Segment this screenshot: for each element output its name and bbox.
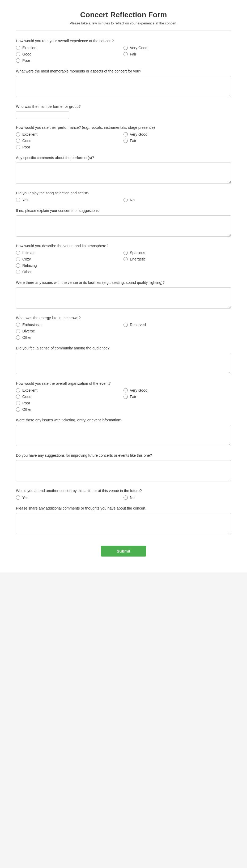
q8-other-label: Other xyxy=(22,270,32,274)
q4-fair-label: Fair xyxy=(130,138,136,143)
question-6-label: Did you enjoy the song selection and set… xyxy=(16,191,231,195)
q8-relaxing-label: Relaxing xyxy=(22,264,37,268)
q10-enthusiastic-label: Enthusiastic xyxy=(22,322,42,327)
q2-textarea[interactable] xyxy=(16,76,231,97)
q1-excellent-label: Excellent xyxy=(22,46,37,50)
question-16: Please share any additional comments or … xyxy=(16,506,231,535)
question-5: Any specific comments about the performe… xyxy=(16,156,231,185)
q10-other[interactable]: Other xyxy=(16,335,123,340)
q8-spacious-label: Spacious xyxy=(130,251,145,255)
q8-cozy-label: Cozy xyxy=(22,257,31,261)
question-2: What were the most memorable moments or … xyxy=(16,69,231,98)
question-15-label: Would you attend another concert by this… xyxy=(16,489,231,493)
q12-verygood-label: Very Good xyxy=(130,388,147,393)
q15-yes-label: Yes xyxy=(22,495,28,500)
submit-wrapper: Submit xyxy=(16,546,231,557)
q8-energetic[interactable]: Energetic xyxy=(123,257,231,261)
q12-options: Excellent Very Good Good Fair Poor Oth xyxy=(16,388,231,411)
question-7: If no, please explain your concerns or s… xyxy=(16,209,231,237)
question-3-label: Who was the main performer or group? xyxy=(16,104,231,108)
q6-no-label: No xyxy=(130,198,135,202)
question-5-label: Any specific comments about the performe… xyxy=(16,156,231,160)
q4-good-label: Good xyxy=(22,138,31,143)
question-12-label: How would you rate the overall organizat… xyxy=(16,381,231,385)
form-header: Concert Reflection Form Please take a fe… xyxy=(16,11,231,31)
q4-poor[interactable]: Poor xyxy=(16,145,123,149)
question-15: Would you attend another concert by this… xyxy=(16,489,231,500)
q10-other-label: Other xyxy=(22,335,32,340)
question-3: Who was the main performer or group? xyxy=(16,104,231,119)
q6-no[interactable]: No xyxy=(123,198,231,202)
q4-fair[interactable]: Fair xyxy=(123,138,231,143)
form-title: Concert Reflection Form xyxy=(16,11,231,19)
q8-options: Intimate Spacious Cozy Energetic Relaxin… xyxy=(16,251,231,274)
q10-reserved-label: Reserved xyxy=(130,322,146,327)
q13-textarea[interactable] xyxy=(16,425,231,446)
q1-good-label: Good xyxy=(22,52,31,56)
q5-textarea[interactable] xyxy=(16,162,231,184)
form-subtitle: Please take a few minutes to reflect on … xyxy=(16,21,231,25)
q12-good-label: Good xyxy=(22,395,31,399)
question-12: How would you rate the overall organizat… xyxy=(16,381,231,411)
q8-relaxing[interactable]: Relaxing xyxy=(16,264,123,268)
q8-spacious[interactable]: Spacious xyxy=(123,251,231,255)
q6-options: Yes No xyxy=(16,198,231,202)
q8-cozy[interactable]: Cozy xyxy=(16,257,123,261)
question-10: What was the energy like in the crowd? E… xyxy=(16,316,231,340)
question-9-label: Were there any issues with the venue or … xyxy=(16,280,231,285)
q10-reserved[interactable]: Reserved xyxy=(123,322,231,327)
question-8: How would you describe the venue and its… xyxy=(16,244,231,274)
q11-textarea[interactable] xyxy=(16,353,231,374)
q1-poor[interactable]: Poor xyxy=(16,58,123,63)
q12-other-label: Other xyxy=(22,407,32,411)
question-9: Were there any issues with the venue or … xyxy=(16,280,231,309)
q15-options: Yes No xyxy=(16,495,231,500)
q1-poor-label: Poor xyxy=(22,58,30,63)
q4-good[interactable]: Good xyxy=(16,138,123,143)
q1-verygood-label: Very Good xyxy=(130,46,147,50)
q14-textarea[interactable] xyxy=(16,460,231,482)
q10-enthusiastic[interactable]: Enthusiastic xyxy=(16,322,123,327)
question-10-label: What was the energy like in the crowd? xyxy=(16,316,231,320)
question-6: Did you enjoy the song selection and set… xyxy=(16,191,231,202)
q3-input[interactable] xyxy=(16,111,69,119)
question-16-label: Please share any additional comments or … xyxy=(16,506,231,510)
q1-verygood[interactable]: Very Good xyxy=(123,46,231,50)
q12-fair-label: Fair xyxy=(130,395,136,399)
q6-yes[interactable]: Yes xyxy=(16,198,123,202)
q8-intimate-label: Intimate xyxy=(22,251,36,255)
question-7-label: If no, please explain your concerns or s… xyxy=(16,209,231,213)
q12-verygood[interactable]: Very Good xyxy=(123,388,231,393)
q10-diverse-label: Diverse xyxy=(22,329,35,333)
q16-textarea[interactable] xyxy=(16,513,231,534)
q10-diverse[interactable]: Diverse xyxy=(16,329,123,333)
q12-other[interactable]: Other xyxy=(16,407,123,411)
q1-fair[interactable]: Fair xyxy=(123,52,231,56)
q8-intimate[interactable]: Intimate xyxy=(16,251,123,255)
q7-textarea[interactable] xyxy=(16,215,231,237)
question-14-label: Do you have any suggestions for improvin… xyxy=(16,453,231,458)
q12-fair[interactable]: Fair xyxy=(123,395,231,399)
q15-yes[interactable]: Yes xyxy=(16,495,123,500)
q4-verygood[interactable]: Very Good xyxy=(123,132,231,136)
q1-options: Excellent Very Good Good Fair Poor xyxy=(16,46,231,63)
question-11-label: Did you feel a sense of community among … xyxy=(16,346,231,350)
q8-other[interactable]: Other xyxy=(16,270,123,274)
q1-excellent[interactable]: Excellent xyxy=(16,46,123,50)
question-8-label: How would you describe the venue and its… xyxy=(16,244,231,248)
q1-good[interactable]: Good xyxy=(16,52,123,56)
q9-textarea[interactable] xyxy=(16,287,231,309)
q12-excellent[interactable]: Excellent xyxy=(16,388,123,393)
q6-yes-label: Yes xyxy=(22,198,28,202)
question-4: How would you rate their performance? (e… xyxy=(16,125,231,149)
question-13: Were there any issues with ticketing, en… xyxy=(16,418,231,447)
submit-button[interactable]: Submit xyxy=(101,546,146,557)
q4-excellent[interactable]: Excellent xyxy=(16,132,123,136)
q1-fair-label: Fair xyxy=(130,52,136,56)
q12-poor[interactable]: Poor xyxy=(16,401,123,405)
question-11: Did you feel a sense of community among … xyxy=(16,346,231,375)
q10-options: Enthusiastic Reserved Diverse Other xyxy=(16,322,231,340)
q15-no[interactable]: No xyxy=(123,495,231,500)
q4-verygood-label: Very Good xyxy=(130,132,147,136)
q12-good[interactable]: Good xyxy=(16,395,123,399)
